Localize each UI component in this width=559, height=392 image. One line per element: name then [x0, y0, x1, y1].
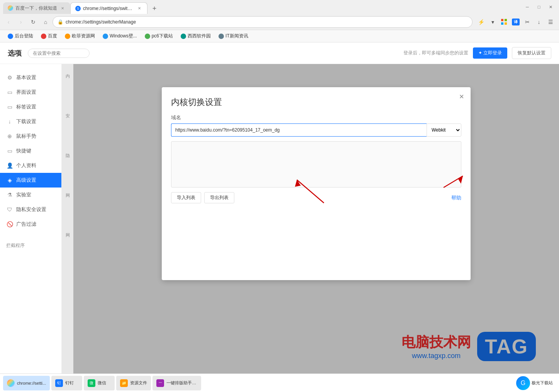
sidebar-label-privacy: 隐私安全设置 — [16, 206, 46, 213]
sidebar-item-shortcuts[interactable]: ▭ 快捷键 — [0, 144, 61, 158]
sidebar-item-profile[interactable]: 👤 个人资料 — [0, 158, 61, 173]
tab-close-settings[interactable]: ✕ — [136, 5, 142, 12]
sidebar-item-mouse[interactable]: ⊕ 鼠标手势 — [0, 129, 61, 144]
ms-apps-icon[interactable] — [499, 17, 510, 27]
taskbar-item-dingding[interactable]: 钉 钉钉 — [51, 376, 82, 390]
advanced-icon: ◈ — [6, 177, 13, 183]
extension-icon[interactable]: ⚡ — [476, 17, 486, 27]
shortcut-icon: ▭ — [6, 148, 13, 154]
menu-icon[interactable]: ☰ — [545, 17, 556, 27]
settings-gear-icon: ⚙ — [6, 74, 13, 81]
maximize-button[interactable]: □ — [534, 2, 544, 12]
sidebar-label-shortcuts: 快捷键 — [16, 147, 31, 154]
bookmark-it[interactable]: IT新闻资讯 — [215, 32, 251, 40]
tab-close-baidu[interactable]: ✕ — [59, 5, 66, 11]
back-button[interactable]: ‹ — [3, 17, 14, 27]
address-bar: ‹ › ↻ ⌂ 🔒 chrome://settings/switcherMana… — [0, 14, 559, 30]
sidebar-label-basic: 基本设置 — [16, 74, 36, 81]
download-icon: ↓ — [6, 118, 13, 125]
taskbar-favicon-helper: 一 — [156, 379, 164, 387]
sidebar-item-download[interactable]: ↓ 下载设置 — [0, 114, 61, 129]
home-button[interactable]: ⌂ — [40, 17, 51, 27]
dialog-kernel-switch: 内核切换设置 ✕ 域名 Webkit IE — [162, 87, 471, 280]
bookmark-label-baidu: 百度 — [48, 33, 57, 39]
scissors-icon[interactable]: ✂ — [522, 17, 533, 27]
bookmarks-bar: 后台登陆 百度 欧菲资源网 Windows壁... pc6下载站 西西软件园 I… — [0, 30, 559, 42]
restore-defaults-button[interactable]: 恢复默认设置 — [512, 47, 551, 59]
sidebar-item-interface[interactable]: ▭ 界面设置 — [0, 85, 61, 100]
profile-icon: 👤 — [6, 162, 13, 169]
bookmark-oufi[interactable]: 欧菲资源网 — [62, 32, 98, 40]
taskbar-label-files: 资源文件 — [130, 380, 147, 386]
browser-frame: 百度一下，你就知道 ✕ S chrome://settings/switcher… — [0, 0, 559, 392]
dialog-title: 内核切换设置 — [171, 96, 461, 108]
aurora-icon: G — [516, 376, 530, 390]
taskbar-item-helper[interactable]: 一 一键排版助手/MyE... — [152, 376, 201, 390]
section-nei: 内 — [62, 72, 73, 81]
refresh-button[interactable]: ↻ — [28, 17, 39, 27]
mouse-icon: ⊕ — [6, 133, 13, 139]
field-label-domain: 域名 — [171, 114, 461, 121]
login-button-header[interactable]: ✦ 立即登录 — [473, 47, 507, 59]
interface-icon: ▭ — [6, 89, 13, 95]
download-toolbar-icon[interactable]: ↓ — [534, 17, 544, 27]
domain-input[interactable] — [171, 123, 427, 137]
minimize-button[interactable]: ─ — [522, 2, 533, 12]
bookmark-pc6[interactable]: pc6下载站 — [142, 32, 176, 40]
sidebar-item-labs[interactable]: ⚗ 实验室 — [0, 188, 61, 202]
import-list-button[interactable]: 导入列表 — [171, 192, 201, 203]
new-tab-button[interactable]: + — [149, 3, 160, 14]
sidebar-label-interface: 界面设置 — [16, 89, 36, 96]
help-link[interactable]: 帮助 — [451, 194, 461, 201]
bookmark-label-it: IT新闻资讯 — [225, 33, 248, 39]
translate-icon[interactable]: 译 — [510, 17, 521, 27]
aurora-download[interactable]: G 极光下载站 — [516, 376, 556, 390]
bookmark-xixi[interactable]: 西西软件园 — [178, 32, 214, 40]
taskbar-label-dingding: 钉钉 — [65, 380, 74, 386]
dialog-close-button[interactable]: ✕ — [457, 92, 466, 101]
sidebar-item-basic[interactable]: ⚙ 基本设置 — [0, 70, 61, 85]
bookmark-icon-admin — [8, 34, 13, 39]
bookmark-windows[interactable]: Windows壁... — [100, 32, 140, 40]
section-yin: 隐 — [62, 151, 73, 160]
settings-search-input[interactable] — [28, 49, 90, 58]
sidebar-item-tabs[interactable]: ▭ 标签设置 — [0, 100, 61, 114]
extension2-icon[interactable]: ▾ — [487, 17, 498, 27]
taskbar-item-chrome[interactable]: chrome://setti... — [3, 376, 50, 390]
labs-icon: ⚗ — [6, 192, 13, 198]
sidebar-item-advanced[interactable]: ◈ 高级设置 — [0, 173, 61, 188]
section-wang1: 网 — [62, 191, 73, 200]
taskbar-favicon-chrome — [7, 379, 15, 387]
section-an: 安 — [62, 112, 73, 120]
tab-title-settings: chrome://settings/switcherM... — [83, 6, 134, 11]
sidebar-item-privacy[interactable]: 🛡 隐私安全设置 — [0, 202, 61, 217]
window-controls: ─ □ ✕ — [522, 2, 556, 12]
tab-settings[interactable]: S chrome://settings/switcherM... ✕ — [70, 2, 147, 14]
main-content: ⚙ 基本设置 ▭ 界面设置 ▭ 标签设置 ↓ 下载设置 ⊕ 鼠标手势 ▭ 快捷键 — [0, 64, 559, 373]
tab-baidu[interactable]: 百度一下，你就知道 ✕ — [3, 2, 70, 14]
privacy-icon: 🛡 — [6, 206, 13, 213]
aurora-label: 极光下载站 — [532, 380, 553, 386]
lock-icon: 🔒 — [58, 19, 63, 25]
taskbar-item-wechat[interactable]: 微 微信 — [84, 376, 115, 390]
sidebar: ⚙ 基本设置 ▭ 界面设置 ▭ 标签设置 ↓ 下载设置 ⊕ 鼠标手势 ▭ 快捷键 — [0, 64, 62, 373]
bookmark-admin[interactable]: 后台登陆 — [5, 32, 36, 40]
url-text: chrome://settings/switcherManage — [66, 19, 468, 25]
kernel-select[interactable]: Webkit IE — [427, 123, 461, 137]
tab-title-baidu: 百度一下，你就知道 — [15, 5, 57, 12]
close-window-button[interactable]: ✕ — [545, 2, 556, 12]
forward-button[interactable]: › — [15, 17, 26, 27]
taskbar-favicon-files: 📁 — [120, 379, 128, 387]
bookmark-icon-oufi — [65, 34, 70, 39]
url-bar[interactable]: 🔒 chrome://settings/switcherManage — [53, 16, 473, 28]
dialog-overlay: 内核切换设置 ✕ 域名 Webkit IE — [73, 64, 559, 373]
bookmark-baidu[interactable]: 百度 — [38, 32, 60, 40]
adblock-icon: 🚫 — [6, 221, 13, 227]
bookmark-icon-windows — [103, 34, 108, 39]
domain-list-area — [171, 141, 461, 188]
sidebar-label-tabs: 标签设置 — [16, 103, 36, 110]
sidebar-item-adblock[interactable]: 🚫 广告过滤 — [0, 217, 61, 231]
taskbar-item-files[interactable]: 📁 资源文件 — [116, 376, 151, 390]
export-list-button[interactable]: 导出列表 — [204, 192, 234, 203]
bookmark-label-windows: Windows壁... — [110, 33, 137, 39]
